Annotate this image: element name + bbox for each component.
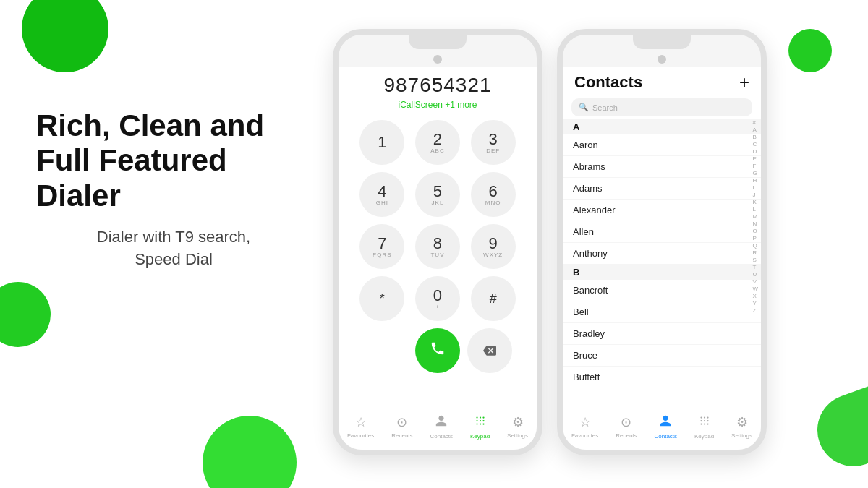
dialer-caller: iCallScreen +1 more [398,100,477,110]
svg-point-14 [707,419,708,421]
nav-favourites[interactable]: ☆ Favourites [347,414,374,439]
svg-point-9 [700,416,702,418]
dialer-phone: 987654321 iCallScreen +1 more 1 2ABC 3DE… [333,29,542,455]
contacts-list: A Aaron Abrams Adams Alexander Allen Ant… [563,119,761,403]
contacts-person-icon [659,414,672,431]
phones-container: 987654321 iCallScreen +1 more 1 2ABC 3DE… [333,7,767,434]
svg-point-2 [482,416,484,418]
svg-point-10 [703,416,705,418]
svg-point-12 [700,419,702,421]
call-icon [430,341,446,361]
contacts-nav-settings[interactable]: ⚙ Settings [731,414,752,439]
group-header-b: B [563,265,761,280]
svg-point-17 [707,423,708,424]
svg-point-1 [479,416,480,418]
contacts-clock-icon: ⊙ [621,414,631,430]
dialer-number: 987654321 [383,74,491,97]
keypad-grid: 1 2ABC 3DEF 4GHI 5JKL 6MNO 7PQRS 8TUV 9W… [358,120,517,269]
empty-spacer [363,328,408,373]
call-button[interactable] [415,328,460,373]
hero-title: Rich, Clean and Full Featured Dialer [36,108,311,213]
nav-keypad[interactable]: Keypad [470,414,490,440]
svg-point-3 [476,419,477,421]
contacts-settings-icon: ⚙ [736,414,748,430]
key-5[interactable]: 5JKL [415,172,460,217]
contacts-nav-favourites[interactable]: ☆ Favourites [571,414,598,439]
delete-button[interactable] [467,328,512,373]
key-1[interactable]: 1 [359,120,404,165]
decorative-circle-top-right [788,29,832,72]
key-7[interactable]: 7PQRS [359,224,404,269]
contact-bancroft[interactable]: Bancroft [563,280,761,301]
contacts-nav-keypad[interactable]: Keypad [694,414,714,440]
key-hash[interactable]: # [471,276,516,321]
clock-icon: ⊙ [396,414,407,430]
add-contact-button[interactable]: + [739,72,749,93]
key-0[interactable]: 0+ [415,276,460,321]
svg-point-16 [703,423,705,424]
phone-notch [409,35,467,49]
contact-bell[interactable]: Bell [563,301,761,323]
decorative-shape-bottom-right [807,384,868,476]
person-icon [435,414,448,431]
key-2[interactable]: 2ABC [415,120,460,165]
decorative-circle-bottom-left [203,416,297,488]
decorative-circle-top-left [22,0,109,72]
contacts-star-icon: ☆ [579,414,591,430]
hero-section: Rich, Clean and Full Featured Dialer Dia… [36,108,311,270]
key-9[interactable]: 9WXYZ [471,224,516,269]
svg-point-11 [707,416,708,418]
decorative-circle-mid-left [0,282,51,347]
svg-point-13 [703,419,705,421]
svg-point-15 [700,423,702,424]
contact-abrams[interactable]: Abrams [563,156,761,178]
key-3[interactable]: 3DEF [471,120,516,165]
contacts-search-bar[interactable]: 🔍 Search [571,98,752,116]
svg-point-6 [476,423,477,424]
contact-adams[interactable]: Adams [563,178,761,200]
dialer-content: 987654321 iCallScreen +1 more 1 2ABC 3DE… [339,67,537,403]
contact-bruce[interactable]: Bruce [563,345,761,367]
keypad-icon [474,414,487,431]
search-placeholder: Search [592,103,618,112]
keypad-bottom-row: * 0+ # [358,276,517,321]
nav-contacts[interactable]: Contacts [430,414,454,440]
contacts-nav-recents[interactable]: ⊙ Recents [616,414,637,439]
contact-buffett[interactable]: Buffett [563,367,761,388]
contacts-phone: Contacts + 🔍 Search A Aaron Abrams Adams… [557,29,767,455]
contacts-title: Contacts [574,73,642,92]
nav-settings[interactable]: ⚙ Settings [507,414,528,439]
contacts-nav-contacts[interactable]: Contacts [655,414,678,440]
svg-point-8 [482,423,484,424]
svg-point-7 [479,423,480,424]
group-header-a: A [563,119,761,134]
settings-icon: ⚙ [512,414,524,430]
phone-camera [433,55,442,64]
contact-alexander[interactable]: Alexander [563,200,761,221]
nav-recents[interactable]: ⊙ Recents [391,414,412,439]
contact-anthony[interactable]: Anthony [563,243,761,265]
svg-point-4 [479,419,480,421]
search-icon: 🔍 [579,103,589,112]
call-row [358,328,517,373]
contacts-bottom-nav: ☆ Favourites ⊙ Recents Contacts Keypad [563,403,761,450]
contact-aaron[interactable]: Aaron [563,134,761,156]
hero-subtitle: Dialer with T9 search, Speed Dial [36,226,311,271]
svg-point-5 [482,419,484,421]
key-6[interactable]: 6MNO [471,172,516,217]
alphabet-sidebar: # A B C D E F G H I J K L M N O P [752,119,758,314]
contacts-phone-camera [658,55,666,64]
svg-point-0 [476,416,477,418]
key-star[interactable]: * [359,276,404,321]
contacts-header: Contacts + [563,67,761,95]
contacts-keypad-icon [698,414,711,431]
key-4[interactable]: 4GHI [359,172,404,217]
star-icon: ☆ [355,414,367,430]
dialer-bottom-nav: ☆ Favourites ⊙ Recents Contacts Keypad [339,403,537,450]
contact-allen[interactable]: Allen [563,221,761,243]
contacts-phone-notch [633,35,691,49]
contact-bradley[interactable]: Bradley [563,323,761,345]
key-8[interactable]: 8TUV [415,224,460,269]
contacts-content: Contacts + 🔍 Search A Aaron Abrams Adams… [563,67,761,403]
